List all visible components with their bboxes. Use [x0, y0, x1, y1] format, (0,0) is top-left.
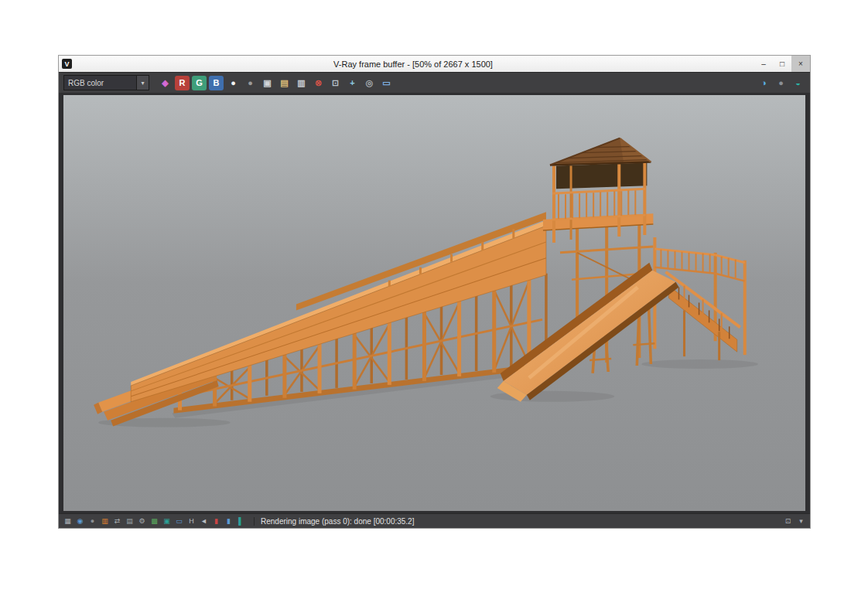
render-3d-model [63, 95, 805, 511]
open-image-button[interactable]: ▤ [277, 76, 292, 90]
alpha-channel-button[interactable]: ● [226, 76, 241, 90]
monochrome-button[interactable]: ● [243, 76, 258, 90]
vfb-channels-icon[interactable]: ◈ [158, 76, 173, 90]
sb-palette-icon[interactable]: ▥ [100, 516, 110, 526]
show-corrections-button[interactable]: ◎ [362, 76, 377, 90]
toolbar-right-buttons: ◑●◒ [757, 76, 805, 90]
render-status-text: Rendering image (pass 0): done [00:00:35… [254, 517, 414, 526]
window-controls: –□× [754, 56, 810, 72]
color-corrections-button[interactable]: ◑ [757, 76, 771, 90]
sb-sphere-icon[interactable]: ● [87, 516, 97, 526]
titlebar[interactable]: V V-Ray frame buffer - [50% of 2667 x 15… [59, 56, 810, 72]
channel-select-value: RGB color [68, 79, 104, 87]
track-mouse-button[interactable]: + [345, 76, 360, 90]
sb-blue-bar-icon[interactable]: ▮ [224, 516, 234, 526]
region-render-button[interactable]: ▭ [379, 76, 394, 90]
sb-teal-bar-icon[interactable]: ▌ [236, 516, 246, 526]
red-channel-button[interactable]: R [175, 76, 190, 90]
sb-settings-icon[interactable]: ⚙ [137, 516, 147, 526]
vray-logo-icon: V [62, 59, 72, 69]
duplicate-buffer-button[interactable]: ⊡ [328, 76, 343, 90]
vray-frame-buffer-window: V V-Ray frame buffer - [50% of 2667 x 15… [58, 55, 811, 529]
channel-select[interactable]: RGB color ▾ [63, 75, 149, 90]
blue-channel-button[interactable]: B [209, 76, 224, 90]
sb-red-bar-icon[interactable]: ▮ [211, 516, 221, 526]
sb-prev-icon[interactable]: ◄ [199, 516, 209, 526]
close-button[interactable]: × [791, 56, 810, 72]
sb-teal-square-icon[interactable]: ▣ [162, 516, 172, 526]
render-viewport-frame [59, 93, 810, 513]
toolbar: RGB color ▾ ◈RGB●●▣▤▥⊗⊡+◎▭ ◑●◒ [59, 72, 810, 93]
window-title: V-Ray frame buffer - [50% of 2667 x 1500… [72, 60, 754, 69]
save-image-button[interactable]: ▣ [260, 76, 275, 90]
minimize-button[interactable]: – [754, 56, 773, 72]
render-canvas[interactable] [63, 95, 805, 511]
sb-layers-icon[interactable]: ▤ [125, 516, 135, 526]
collapse-bar-icon[interactable]: ▾ [796, 516, 806, 526]
sb-world-icon[interactable]: ◉ [75, 516, 85, 526]
globals-button[interactable]: ● [774, 76, 788, 90]
statusbar-right-icons: ⊡▾ [783, 516, 806, 526]
lens-effects-button[interactable]: ◒ [791, 76, 805, 90]
statusbar-icons: ▦◉●▥⇄▤⚙▩▣▭H◄▮▮▌ [63, 516, 246, 526]
chevron-down-icon[interactable]: ▾ [136, 76, 149, 90]
dock-buffer-icon[interactable]: ⊡ [783, 516, 793, 526]
desktop: V V-Ray frame buffer - [50% of 2667 x 15… [0, 0, 868, 613]
sb-materials-icon[interactable]: ▦ [63, 516, 73, 526]
clear-image-button[interactable]: ▥ [294, 76, 309, 90]
green-channel-button[interactable]: G [192, 76, 207, 90]
sb-grid-green-icon[interactable]: ▩ [149, 516, 159, 526]
sb-blue-frame-icon[interactable]: ▭ [174, 516, 184, 526]
toolbar-left-buttons: ◈RGB●●▣▤▥⊗⊡+◎▭ [158, 76, 394, 90]
statusbar: ▦◉●▥⇄▤⚙▩▣▭H◄▮▮▌ Rendering image (pass 0)… [59, 513, 810, 528]
sb-history-icon[interactable]: H [186, 516, 196, 526]
maximize-button[interactable]: □ [773, 56, 791, 72]
sb-swap-icon[interactable]: ⇄ [112, 516, 122, 526]
stop-render-button[interactable]: ⊗ [311, 76, 326, 90]
